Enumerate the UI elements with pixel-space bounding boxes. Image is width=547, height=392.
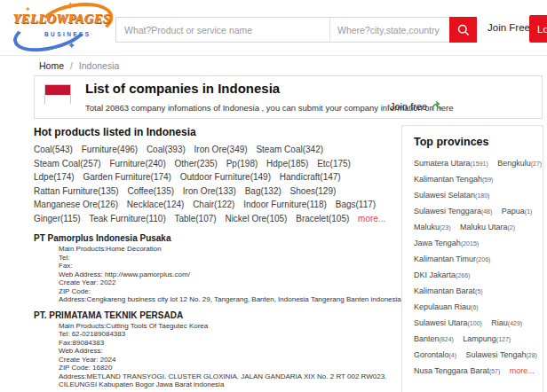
province-link[interactable]: Kepulauan Riau(6) (414, 302, 479, 311)
company-details: Main Products:Cutting Tools Of Taegutec … (59, 322, 403, 389)
province-link[interactable]: Gorontalo(4) (414, 350, 456, 359)
province-link[interactable]: Kalimantan Barat(5) (414, 286, 483, 295)
product-tag-name: Iron Ore (194, 145, 227, 154)
province-link[interactable]: Jawa Tengah(2015) (414, 239, 479, 247)
province-link[interactable]: Nusa Tenggara Barat(57) (414, 366, 500, 375)
province-link[interactable]: Maluku Utara(2) (460, 223, 515, 231)
company-detail-line: Web Address: http://www.pamorplus.com/ (59, 270, 403, 279)
province-count: (1) (525, 208, 533, 215)
product-tag-link[interactable]: Bracelet(105) (296, 214, 349, 223)
page-title: List of companies in Indonesia (85, 81, 280, 96)
product-tag-link[interactable]: Pp(198) (226, 159, 258, 169)
province-row: Sulawesi Selatan(180) (414, 186, 531, 202)
product-tag-link[interactable]: Steam Coal(257) (34, 159, 101, 169)
join-free-inline-link[interactable]: Join free (390, 100, 442, 112)
province-link[interactable]: Kalimantan Timur(206) (414, 255, 490, 263)
province-count: (206) (476, 256, 490, 263)
product-tag-link[interactable]: Necklace(124) (127, 200, 185, 209)
product-tag-link[interactable]: Ginger(115) (34, 214, 81, 223)
search-icon (456, 23, 471, 37)
province-name: Maluku (414, 223, 440, 231)
logo[interactable]: YELLOWPAGES BUSINESS ✦ ✦ ✦ (11, 2, 117, 53)
company-detail-line: Address:METLAND TRANSYOGI. CLUSTER GLOXI… (59, 372, 403, 389)
product-tag-count: (135) (154, 186, 174, 196)
province-count: (180) (475, 192, 489, 199)
product-tag-link[interactable]: Teak Furniture(110) (89, 214, 166, 223)
province-link[interactable]: Sulawesi Tengah(28) (466, 350, 537, 359)
product-tag-link[interactable]: Coal(543) (34, 145, 73, 154)
product-tag-name: Bags (336, 200, 356, 209)
product-tag-link[interactable]: Furniture(240) (109, 159, 165, 169)
product-tag-link[interactable]: Rattan Furniture(135) (34, 186, 119, 196)
product-tag-link[interactable]: Iron Ore(349) (194, 145, 248, 154)
province-count: (100) (468, 320, 482, 326)
logo-star-icon: ✦ (66, 0, 75, 12)
product-tag-link[interactable]: Coal(393) (147, 145, 186, 154)
product-tag-link[interactable]: Outdoor Furniture(149) (180, 172, 271, 182)
product-tag-name: Rattan Furniture (34, 186, 98, 196)
product-tag-link[interactable]: Indoor Furniture(118) (243, 200, 327, 209)
province-row: Nusa Tenggara Barat(57) more... (414, 362, 531, 378)
province-link[interactable]: Riau(429) (491, 318, 522, 327)
province-row: Jawa Tengah(2015) (414, 234, 531, 250)
province-link[interactable]: DKI Jakarta(266) (414, 270, 470, 279)
company-detail-line: Main Products:Cutting Tools Of Taegutec … (59, 322, 403, 331)
search-where-input[interactable] (330, 18, 449, 42)
product-tag-link[interactable]: Iron Ore(133) (183, 186, 236, 196)
province-name: Banten (414, 334, 440, 343)
company-name-link[interactable]: PT. PRIMATAMA TEKNIK PERSADA (34, 310, 403, 320)
province-link[interactable]: Sulawesi Tenggara(48) (414, 207, 492, 216)
product-tag-link[interactable]: more... (358, 214, 385, 223)
product-tag-link[interactable]: Manganese Ore(126) (34, 200, 118, 209)
breadcrumb-home-link[interactable]: Home (39, 60, 64, 71)
breadcrumb-separator: / (70, 60, 73, 71)
product-tag-link[interactable]: Etc(175) (317, 159, 351, 169)
product-tag-link[interactable]: Ldpe(174) (34, 172, 75, 182)
product-tag-link[interactable]: Bags(117) (336, 200, 376, 209)
product-tag-link[interactable]: Bag(132) (245, 186, 281, 196)
province-link[interactable]: Kalimantan Tengah(59) (414, 175, 493, 184)
product-tag-name: Ldpe (34, 172, 53, 182)
province-link[interactable]: Bengkulu(27) (497, 159, 542, 168)
product-tag-name: Furniture (82, 145, 117, 154)
product-tag-link[interactable]: Table(107) (174, 214, 216, 223)
product-tag-link[interactable]: Steam Coal(342) (256, 145, 323, 154)
province-link[interactable]: Sulawesi Selatan(180) (414, 191, 489, 200)
product-tag-link[interactable]: Hdpe(185) (266, 159, 308, 169)
company-list: PT Pamorplus Indonesia Pusaka Main Produ… (34, 233, 403, 392)
product-tag-link[interactable]: Coffee(135) (127, 186, 174, 196)
product-tag-link[interactable]: Shoes(129) (290, 186, 337, 196)
search-what-input[interactable] (116, 18, 329, 42)
product-tag-count: (149) (250, 172, 271, 182)
join-free-inline-label: Join free (390, 101, 427, 112)
province-name: Gorontalo (414, 350, 449, 359)
product-tag-link[interactable]: Garden Furniture(174) (83, 172, 171, 182)
title-box: List of companies in Indonesia Total 208… (34, 75, 543, 119)
province-link[interactable]: Sumatera Utara(1591) (414, 159, 488, 168)
company-details: Main Products:Home Decoration Tel: Fax: … (59, 245, 403, 304)
join-free-link[interactable]: Join Free (488, 22, 530, 33)
province-count: (2015) (461, 240, 479, 247)
province-link[interactable]: Papua(1) (502, 207, 533, 216)
login-button[interactable]: Log In (529, 15, 547, 43)
province-link[interactable]: Maluku(23) (414, 223, 450, 231)
province-link[interactable]: more... (510, 366, 535, 375)
company-name-link[interactable]: PT Pamorplus Indonesia Pusaka (34, 233, 403, 243)
product-tag-link[interactable]: Other(235) (175, 159, 218, 169)
province-link[interactable]: Sulawesi Utara(100) (414, 318, 482, 327)
province-link[interactable]: Banten(824) (414, 334, 454, 343)
province-row: Kalimantan Tengah(59) (414, 170, 531, 186)
product-tag-count: (174) (151, 172, 171, 182)
search-button[interactable] (449, 17, 477, 43)
province-link[interactable]: Lampung(127) (463, 334, 511, 343)
product-tag-name: Teak Furniture (89, 214, 146, 223)
product-tag-link[interactable]: Nickel Ore(105) (225, 214, 287, 223)
product-tag-link[interactable]: Handicraft(147) (280, 172, 341, 182)
product-tag-link[interactable]: Furniture(496) (82, 145, 138, 154)
product-tag-name: Necklace (127, 200, 163, 209)
province-name: Kalimantan Tengah (414, 175, 482, 184)
product-tag-name: Chair (193, 200, 214, 209)
product-tag-link[interactable]: Chair(122) (193, 200, 234, 209)
province-name: Bengkulu (497, 159, 531, 168)
product-tag-name: Iron Ore (183, 186, 216, 196)
